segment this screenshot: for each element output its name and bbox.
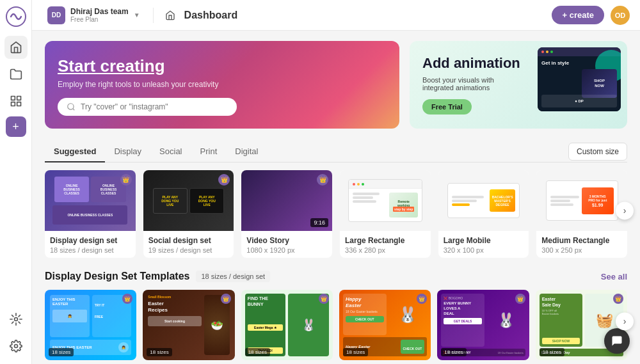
video-duration-badge: 9:16	[310, 218, 328, 227]
easter-card-1[interactable]: 👑 ENJOY THISEASTER 👧 TRY ITFREE	[45, 290, 136, 360]
sidebar-item-folder[interactable]	[4, 63, 28, 86]
crown-badge: 👑	[221, 294, 231, 304]
sidebar: +	[0, 0, 32, 364]
header-divider	[153, 8, 154, 23]
template-card-video[interactable]: 👑 9:16 Video Story 1080 x 1920 px	[241, 170, 332, 258]
header-right: + create OD	[552, 6, 630, 25]
section-title: Display Design Set Templates	[45, 271, 189, 282]
animation-title: Add animation	[422, 55, 525, 72]
svg-rect-4	[17, 102, 20, 106]
create-button[interactable]: + create	[552, 6, 604, 24]
hero-left-banner: Start creating Employ the right tools to…	[45, 41, 399, 129]
template-card-display[interactable]: 👑 ONLINEBUSINESSCLASSES ONLINEBUSINESSCL…	[45, 170, 136, 258]
tab-suggested[interactable]: Suggested	[45, 141, 105, 162]
search-input[interactable]	[81, 102, 228, 111]
svg-point-5	[14, 318, 17, 321]
easter-sizes: 18 sizes	[49, 348, 74, 356]
team-avatar: DD	[47, 6, 65, 24]
crown-badge: 👑	[515, 294, 525, 304]
template-size: 336 x 280 px	[345, 246, 426, 254]
crown-badge: 👑	[317, 174, 328, 186]
custom-size-button[interactable]: Custom size	[568, 143, 627, 161]
chat-button[interactable]	[604, 328, 630, 354]
template-name: Video Story	[246, 236, 327, 245]
easter-sizes: 18 sizes	[147, 348, 172, 356]
template-size: 300 x 250 px	[541, 246, 622, 254]
hero-subtitle: Employ the right tools to unleash your c…	[58, 80, 387, 89]
template-size: 18 sizes / design set	[50, 246, 131, 254]
header-title-area: Dashboard	[161, 6, 238, 24]
search-icon	[67, 102, 76, 111]
animation-subtitle: Boost your visuals with integrated anima…	[422, 76, 525, 91]
team-name: Dhiraj Das team	[70, 7, 129, 16]
easter-card-5[interactable]: 👑 ❌ BOGOHO EVERY BUNNYLOVES ADEAL GET DE…	[437, 290, 529, 360]
template-card-large-mobile[interactable]: BACHELOR'SMASTER'SDEGREE Large Mobile 32…	[438, 170, 529, 258]
team-info: Dhiraj Das team Free Plan	[70, 7, 129, 23]
hero-search-bar[interactable]	[58, 98, 237, 116]
template-card-large-rect[interactable]: Remoteworkingstep by step Large Rectangl…	[340, 170, 431, 258]
hero-title: Start creating	[58, 56, 387, 76]
see-all-link[interactable]: See all	[601, 272, 627, 281]
easter-cards-next-arrow[interactable]: ›	[616, 313, 634, 331]
section-badge: 18 sizes / design set	[196, 271, 270, 282]
hero-right-banner: Add animation Boost your visuals with in…	[410, 41, 627, 129]
easter-card-2[interactable]: 👑 Small Blossom EasterRecipes Start cook…	[143, 290, 234, 360]
hero-row: Start creating Employ the right tools to…	[45, 41, 627, 129]
template-name: Large Rectangle	[345, 236, 426, 245]
tab-display[interactable]: Display	[105, 141, 150, 162]
svg-point-6	[14, 345, 17, 348]
display-design-section: Display Design Set Templates 18 sizes / …	[45, 271, 627, 360]
animation-mockup: Get in style SHOPNOW ● DP	[538, 47, 621, 111]
home-icon	[161, 6, 179, 24]
template-size: 1080 x 1920 px	[246, 246, 327, 254]
page-title: Dashboard	[184, 10, 238, 21]
sidebar-create-button[interactable]: +	[6, 116, 26, 137]
template-name: Large Mobile	[444, 236, 524, 245]
sidebar-item-grid[interactable]	[4, 90, 28, 113]
header: DD Dhiraj Das team Free Plan ▼ Dashboard…	[32, 0, 640, 31]
free-trial-button[interactable]: Free Trial	[422, 99, 472, 115]
template-size: 320 x 100 px	[444, 246, 524, 254]
easter-card-3[interactable]: 👑 FIND THEBUNNY Easter Mega ★	[241, 290, 333, 360]
sidebar-item-notifications[interactable]	[4, 308, 28, 331]
tab-social[interactable]: Social	[150, 141, 191, 162]
crown-badge: 👑	[120, 174, 132, 186]
easter-card-4[interactable]: 👑 HappyEaster 18 Our Easter baskets CHEC…	[339, 290, 431, 360]
easter-cards-row: 👑 ENJOY THISEASTER 👧 TRY ITFREE	[45, 290, 627, 360]
tab-digital[interactable]: Digital	[226, 141, 267, 162]
template-name: Social design set	[148, 236, 229, 245]
team-dropdown-icon: ▼	[134, 12, 140, 19]
template-name: Medium Rectangle	[541, 236, 622, 245]
main-content: DD Dhiraj Das team Free Plan ▼ Dashboard…	[32, 0, 640, 364]
section-header: Display Design Set Templates 18 sizes / …	[45, 271, 627, 282]
templates-next-arrow[interactable]: ›	[616, 202, 634, 219]
easter-sizes: 18 sizes	[441, 348, 466, 356]
template-name: Display design set	[50, 236, 131, 245]
svg-rect-1	[11, 97, 15, 100]
content-area: Start creating Employ the right tools to…	[32, 31, 640, 364]
team-selector[interactable]: DD Dhiraj Das team Free Plan ▼	[42, 4, 145, 27]
easter-sizes: 18 sizes	[540, 348, 564, 356]
svg-rect-2	[17, 97, 20, 100]
easter-sizes: 18 sizes	[245, 348, 270, 356]
team-plan: Free Plan	[70, 16, 129, 23]
templates-grid: 👑 ONLINEBUSINESSCLASSES ONLINEBUSINESSCL…	[45, 170, 627, 258]
tab-print[interactable]: Print	[191, 141, 227, 162]
template-size: 19 sizes / design set	[148, 246, 229, 254]
app-logo[interactable]	[6, 6, 26, 27]
template-card-medium-rect[interactable]: 3 MONTHSPRO for just $1.99 Medium Rectan…	[536, 170, 627, 258]
user-avatar[interactable]: OD	[611, 6, 630, 25]
svg-rect-3	[11, 102, 15, 106]
sidebar-item-settings[interactable]	[4, 335, 28, 358]
get-in-style-text: Get in style	[541, 60, 569, 66]
svg-point-7	[68, 104, 74, 109]
tabs-row: Suggested Display Social Print Digital C…	[45, 141, 627, 162]
template-card-social[interactable]: 👑 PLAY ANYDONG YOULIVE PLAY ANYDONG YOUL…	[143, 170, 234, 258]
sidebar-item-home[interactable]	[4, 36, 28, 59]
easter-sizes: 18 sizes	[343, 348, 368, 356]
